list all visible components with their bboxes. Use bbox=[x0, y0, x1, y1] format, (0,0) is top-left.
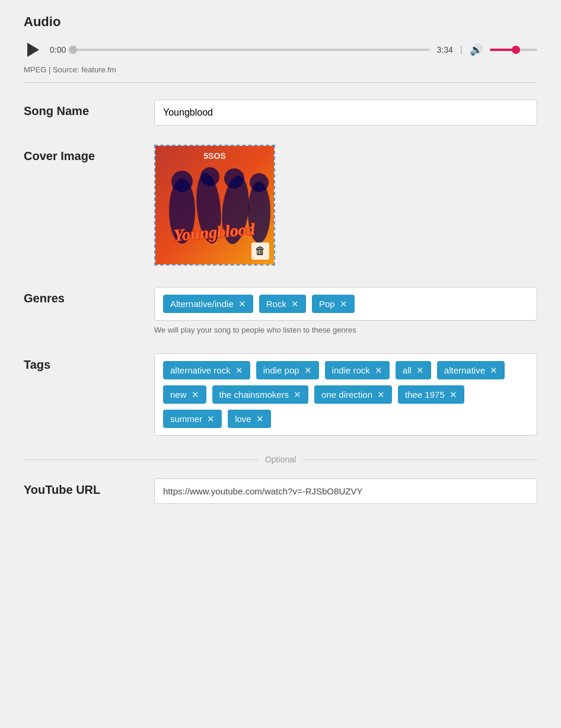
tag-chip: thee 1975✕ bbox=[398, 385, 464, 404]
optional-label: Optional bbox=[265, 455, 296, 464]
tag-chip: one direction✕ bbox=[314, 385, 392, 404]
audio-section: Audio 0:00 3:34 | 🔊 MPEG | Source: featu… bbox=[24, 14, 537, 83]
genre-chip-text: Alternative/indie bbox=[170, 299, 234, 309]
progress-bar[interactable] bbox=[73, 49, 429, 51]
youtube-url-label: YouTube URL bbox=[24, 478, 154, 497]
song-name-label: Song Name bbox=[24, 100, 154, 118]
song-name-input[interactable] bbox=[154, 100, 537, 126]
tag-chip-remove[interactable]: ✕ bbox=[207, 414, 215, 423]
tag-chip-text: new bbox=[170, 389, 187, 400]
tag-chip: summer✕ bbox=[163, 410, 222, 428]
genre-chip-remove[interactable]: ✕ bbox=[340, 299, 348, 308]
audio-source: MPEG | Source: feature.fm bbox=[24, 65, 537, 83]
cover-image-row: Cover Image 🗑 bbox=[24, 145, 537, 268]
song-name-row: Song Name bbox=[24, 100, 537, 126]
duration-label: 3:34 bbox=[437, 45, 453, 55]
tag-chip-remove[interactable]: ✕ bbox=[375, 366, 383, 375]
song-name-control bbox=[154, 100, 537, 126]
tag-chip: love✕ bbox=[228, 410, 271, 428]
audio-player: 0:00 3:34 | 🔊 bbox=[24, 40, 537, 59]
genres-row: Genres Alternative/indie✕Rock✕Pop✕ We wi… bbox=[24, 287, 537, 334]
genre-chip-remove[interactable]: ✕ bbox=[291, 299, 299, 308]
cover-image-control: 🗑 bbox=[154, 145, 537, 268]
tags-control: alternative rock✕indie pop✕indie rock✕al… bbox=[154, 353, 537, 436]
cover-image-wrapper: 🗑 bbox=[154, 145, 275, 266]
cover-image-label: Cover Image bbox=[24, 145, 154, 163]
volume-thumb[interactable] bbox=[512, 46, 520, 54]
genres-tag-box[interactable]: Alternative/indie✕Rock✕Pop✕ bbox=[154, 287, 537, 321]
tag-chip: indie pop✕ bbox=[256, 361, 319, 379]
current-time: 0:00 bbox=[50, 45, 66, 55]
tag-chip: alternative rock✕ bbox=[163, 361, 250, 379]
tag-chip-text: alternative bbox=[444, 365, 485, 375]
tag-chip-text: indie pop bbox=[263, 365, 299, 375]
tag-chip-text: alternative rock bbox=[170, 365, 231, 375]
youtube-url-control bbox=[154, 478, 537, 504]
tag-chip-remove[interactable]: ✕ bbox=[235, 366, 243, 375]
genre-chip: Rock✕ bbox=[259, 295, 306, 313]
divider: | bbox=[460, 44, 463, 55]
tags-row: Tags alternative rock✕indie pop✕indie ro… bbox=[24, 353, 537, 436]
separator-line-left bbox=[24, 459, 258, 460]
tag-chip-remove[interactable]: ✕ bbox=[256, 414, 264, 423]
tag-chip-remove[interactable]: ✕ bbox=[450, 390, 457, 399]
genre-chip: Pop✕ bbox=[312, 295, 355, 313]
genre-chip-text: Rock bbox=[266, 299, 286, 309]
tags-tag-box[interactable]: alternative rock✕indie pop✕indie rock✕al… bbox=[154, 353, 537, 436]
tag-chip: the chainsmokers✕ bbox=[212, 385, 309, 404]
optional-separator: Optional bbox=[24, 455, 537, 464]
progress-thumb[interactable] bbox=[69, 46, 77, 54]
youtube-url-row: YouTube URL bbox=[24, 478, 537, 504]
tag-chip-remove[interactable]: ✕ bbox=[416, 366, 424, 375]
volume-bar[interactable] bbox=[490, 49, 537, 51]
tag-chip-text: thee 1975 bbox=[405, 389, 445, 400]
tag-chip-remove[interactable]: ✕ bbox=[294, 390, 301, 399]
play-button[interactable] bbox=[24, 40, 43, 59]
tag-chip: alternative✕ bbox=[437, 361, 505, 379]
tag-chip-remove[interactable]: ✕ bbox=[304, 366, 312, 375]
play-icon bbox=[27, 43, 39, 57]
genres-control: Alternative/indie✕Rock✕Pop✕ We will play… bbox=[154, 287, 537, 334]
tag-chip: new✕ bbox=[163, 385, 206, 404]
tag-chip: indie rock✕ bbox=[325, 361, 390, 379]
genres-label: Genres bbox=[24, 287, 154, 305]
tag-chip-text: all bbox=[403, 365, 412, 375]
genre-chip-text: Pop bbox=[319, 299, 335, 309]
genres-helper: We will play your song to people who lis… bbox=[154, 325, 537, 334]
genre-chip: Alternative/indie✕ bbox=[163, 295, 253, 313]
tag-chip-text: summer bbox=[170, 414, 202, 424]
tags-label: Tags bbox=[24, 353, 154, 372]
youtube-url-input[interactable] bbox=[154, 478, 537, 504]
tag-chip-remove[interactable]: ✕ bbox=[377, 390, 385, 399]
tag-chip: all✕ bbox=[396, 361, 431, 379]
tag-chip-text: love bbox=[235, 414, 251, 424]
tag-chip-remove[interactable]: ✕ bbox=[192, 390, 199, 399]
volume-icon: 🔊 bbox=[470, 43, 483, 56]
genre-chip-remove[interactable]: ✕ bbox=[238, 299, 246, 308]
separator-line-right bbox=[303, 459, 537, 460]
cover-delete-button[interactable]: 🗑 bbox=[251, 242, 269, 260]
tag-chip-text: indie rock bbox=[332, 365, 370, 375]
tag-chip-text: one direction bbox=[321, 389, 372, 400]
audio-title: Audio bbox=[24, 14, 537, 30]
tag-chip-text: the chainsmokers bbox=[219, 389, 289, 400]
tag-chip-remove[interactable]: ✕ bbox=[490, 366, 498, 375]
